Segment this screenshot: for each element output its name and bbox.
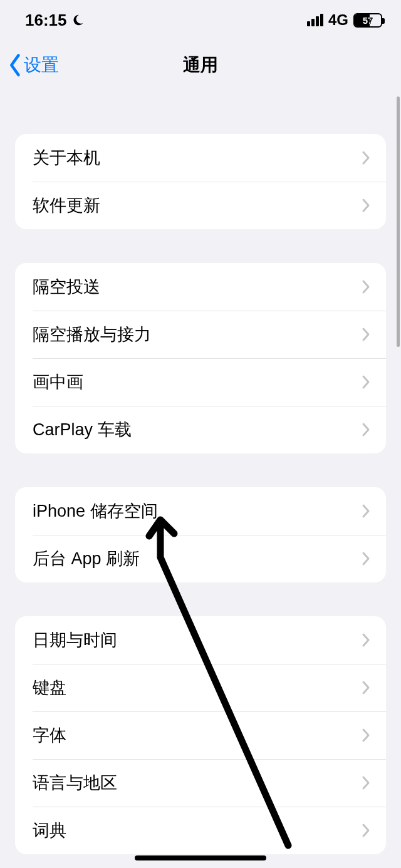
row-about[interactable]: 关于本机 bbox=[15, 134, 386, 182]
row-language-region[interactable]: 语言与地区 bbox=[15, 759, 386, 807]
chevron-right-icon bbox=[362, 327, 371, 342]
chevron-right-icon bbox=[362, 728, 371, 743]
back-label: 设置 bbox=[24, 53, 59, 77]
row-label: 词典 bbox=[33, 819, 66, 842]
chevron-left-icon bbox=[8, 53, 24, 77]
battery-text: 57 bbox=[355, 15, 381, 26]
chevron-right-icon bbox=[362, 504, 371, 519]
row-airplay-handoff[interactable]: 隔空播放与接力 bbox=[15, 311, 386, 358]
row-label: 软件更新 bbox=[33, 194, 100, 217]
network-label: 4G bbox=[328, 11, 348, 29]
chevron-right-icon bbox=[362, 279, 371, 294]
settings-group: 日期与时间 键盘 字体 语言与地区 词典 bbox=[15, 616, 386, 854]
chevron-right-icon bbox=[362, 633, 371, 648]
status-left: 16:15 bbox=[25, 11, 85, 30]
row-dictionary[interactable]: 词典 bbox=[15, 807, 386, 854]
chevron-right-icon bbox=[362, 823, 371, 838]
status-right: 4G 57 bbox=[307, 11, 382, 29]
chevron-right-icon bbox=[362, 775, 371, 790]
row-label: 日期与时间 bbox=[33, 629, 117, 651]
row-label: CarPlay 车载 bbox=[33, 418, 132, 441]
row-label: 关于本机 bbox=[33, 147, 100, 169]
row-fonts[interactable]: 字体 bbox=[15, 711, 386, 759]
row-background-refresh[interactable]: 后台 App 刷新 bbox=[15, 535, 386, 582]
row-label: iPhone 储存空间 bbox=[33, 500, 158, 522]
back-button[interactable]: 设置 bbox=[8, 40, 59, 90]
status-time: 16:15 bbox=[25, 11, 67, 30]
row-label: 键盘 bbox=[33, 676, 66, 699]
row-label: 语言与地区 bbox=[33, 772, 117, 794]
row-label: 画中画 bbox=[33, 371, 83, 393]
row-label: 隔空播放与接力 bbox=[33, 323, 151, 346]
scroll-indicator bbox=[397, 96, 400, 347]
row-software-update[interactable]: 软件更新 bbox=[15, 182, 386, 229]
content: 关于本机 软件更新 隔空投送 隔空播放与接力 画中画 CarPlay 车载 bbox=[0, 90, 401, 854]
page-title: 通用 bbox=[183, 53, 218, 77]
row-pip[interactable]: 画中画 bbox=[15, 358, 386, 406]
settings-group: iPhone 储存空间 后台 App 刷新 bbox=[15, 487, 386, 582]
dnd-moon-icon bbox=[71, 13, 85, 27]
row-keyboard[interactable]: 键盘 bbox=[15, 664, 386, 711]
row-date-time[interactable]: 日期与时间 bbox=[15, 616, 386, 664]
row-label: 后台 App 刷新 bbox=[33, 547, 140, 570]
chevron-right-icon bbox=[362, 422, 371, 437]
chevron-right-icon bbox=[362, 150, 371, 165]
settings-group: 关于本机 软件更新 bbox=[15, 134, 386, 229]
signal-icon bbox=[307, 14, 323, 26]
status-bar: 16:15 4G 57 bbox=[0, 0, 401, 40]
home-indicator bbox=[135, 855, 266, 860]
row-iphone-storage[interactable]: iPhone 储存空间 bbox=[15, 487, 386, 535]
chevron-right-icon bbox=[362, 375, 371, 390]
row-airdrop[interactable]: 隔空投送 bbox=[15, 263, 386, 311]
settings-group: 隔空投送 隔空播放与接力 画中画 CarPlay 车载 bbox=[15, 263, 386, 453]
chevron-right-icon bbox=[362, 680, 371, 695]
battery-icon: 57 bbox=[353, 13, 382, 28]
row-carplay[interactable]: CarPlay 车载 bbox=[15, 406, 386, 453]
row-label: 字体 bbox=[33, 724, 66, 747]
nav-bar: 设置 通用 bbox=[0, 40, 401, 90]
row-label: 隔空投送 bbox=[33, 276, 100, 298]
chevron-right-icon bbox=[362, 198, 371, 213]
chevron-right-icon bbox=[362, 551, 371, 566]
